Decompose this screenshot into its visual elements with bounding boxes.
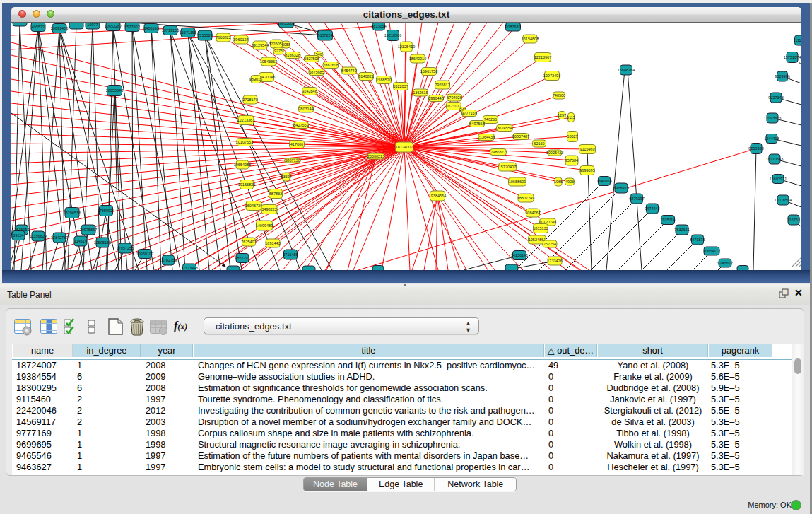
svg-text:8813054: 8813054 [371,24,386,28]
svg-text:9242848: 9242848 [302,89,317,93]
svg-text:7625402: 7625402 [241,240,256,244]
svg-text:10653287: 10653287 [105,24,122,28]
svg-text:1640954: 1640954 [596,179,611,183]
svg-text:9245652: 9245652 [717,261,732,265]
svg-text:3498222: 3498222 [261,207,276,211]
svg-text:12342737: 12342737 [51,235,68,240]
svg-text:9777169: 9777169 [461,111,476,115]
svg-text:20053346: 20053346 [106,88,123,93]
svg-text:9084067: 9084067 [525,211,540,215]
svg-text:8471876: 8471876 [690,238,705,242]
svg-text:16033809: 16033809 [278,23,295,25]
svg-text:16210643: 16210643 [766,157,783,161]
svg-text:252254: 252254 [543,242,556,246]
svg-text:10654112: 10654112 [703,249,720,253]
svg-text:7632621: 7632621 [674,228,689,232]
svg-text:887833: 887833 [269,192,282,196]
svg-text:3716485: 3716485 [283,252,298,257]
svg-text:17957255: 17957255 [117,246,134,250]
svg-text:26206536: 26206536 [64,211,81,215]
svg-text:116753: 116753 [787,218,800,222]
svg-text:10543362: 10543362 [260,59,277,64]
svg-text:9529966: 9529966 [775,74,789,78]
svg-text:2935114: 2935114 [660,218,675,222]
svg-text:1588520: 1588520 [376,78,391,82]
svg-text:21364436: 21364436 [478,135,495,139]
svg-text:16961758: 16961758 [420,69,437,74]
svg-text:19654985: 19654985 [234,163,251,167]
svg-text:1297: 1297 [558,113,566,117]
svg-text:10973493: 10973493 [543,74,560,78]
svg-text:9474444: 9474444 [645,206,659,211]
svg-text:5115: 5115 [567,115,575,119]
svg-text:114519: 114519 [74,239,87,243]
svg-text:10688609: 10688609 [509,180,526,184]
svg-text:6794028: 6794028 [447,95,461,100]
svg-text:3867130: 3867130 [285,158,300,163]
svg-text:12213967: 12213967 [534,55,551,59]
svg-text:11156829: 11156829 [30,234,47,238]
svg-text:10958107: 10958107 [136,252,153,256]
svg-text:17359924: 17359924 [98,209,114,213]
svg-text:2803144: 2803144 [298,107,313,111]
svg-text:9857791: 9857791 [235,256,249,260]
svg-text:7663822: 7663822 [216,35,230,40]
svg-text:4923: 4923 [565,180,574,184]
svg-text:7515524: 7515524 [197,33,212,37]
svg-text:3624554: 3624554 [497,126,512,130]
svg-text:8427552: 8427552 [293,123,308,127]
svg-text:19977: 19977 [87,23,98,27]
svg-text:6058: 6058 [282,42,290,47]
svg-text:16782759: 16782759 [160,258,177,262]
svg-text:19218506: 19218506 [384,33,401,37]
svg-text:8186328: 8186328 [285,53,300,57]
svg-text:10107553: 10107553 [236,140,253,144]
svg-text:12093873: 12093873 [764,116,781,120]
svg-text:15692971: 15692971 [770,177,787,181]
svg-text:6466160: 6466160 [143,26,158,30]
svg-text:1527602: 1527602 [124,25,139,29]
svg-text:19384554: 19384554 [429,194,446,198]
svg-text:53627: 53627 [567,134,577,139]
svg-text:6497568: 6497568 [469,122,484,126]
svg-text:957684: 957684 [565,158,578,163]
svg-text:417006: 417006 [290,142,303,146]
svg-text:25300213: 25300213 [367,154,384,158]
svg-text:14099489: 14099489 [256,223,273,228]
svg-text:19166825: 19166825 [238,182,255,187]
svg-text:14136141: 14136141 [511,253,528,257]
svg-text:9327508: 9327508 [304,57,319,61]
svg-text:18807249: 18807249 [517,196,534,200]
svg-text:2867608: 2867608 [323,63,338,67]
svg-text:16046736: 16046736 [245,204,262,208]
svg-text:62160: 62160 [534,141,544,146]
svg-text:5875685: 5875685 [309,70,324,74]
svg-text:10025433: 10025433 [546,151,563,155]
svg-text:15720407: 15720407 [499,165,516,169]
svg-text:16154808: 16154808 [522,37,539,41]
svg-text:9115460: 9115460 [579,147,594,151]
svg-text:1691443: 1691443 [265,241,280,245]
svg-text:39129544: 39129544 [252,43,269,47]
svg-text:2087682: 2087682 [505,25,520,29]
svg-text:17016504: 17016504 [775,198,792,202]
svg-text:16648784: 16648784 [618,68,635,72]
svg-text:1815132: 1815132 [533,226,548,230]
svg-text:53594: 53594 [281,175,291,179]
svg-text:12213363: 12213363 [237,118,254,122]
svg-text:12505135: 12505135 [94,240,111,245]
svg-text:10807487: 10807487 [512,134,529,139]
svg-text:18640910: 18640910 [409,57,426,61]
svg-text:18724007: 18724007 [396,145,413,149]
svg-text:989015: 989015 [249,77,262,81]
svg-text:20691406: 20691406 [51,26,68,30]
svg-text:7357224: 7357224 [317,33,332,37]
svg-text:8454749: 8454749 [341,69,356,73]
svg-text:13325419: 13325419 [398,45,415,49]
svg-text:10719155: 10719155 [162,28,179,33]
svg-text:6879197: 6879197 [629,197,644,201]
svg-text:1244418: 1244418 [764,136,779,141]
svg-text:8958923: 8958923 [613,186,628,190]
svg-text:9146821: 9146821 [358,74,373,78]
svg-text:9699695: 9699695 [579,168,594,173]
